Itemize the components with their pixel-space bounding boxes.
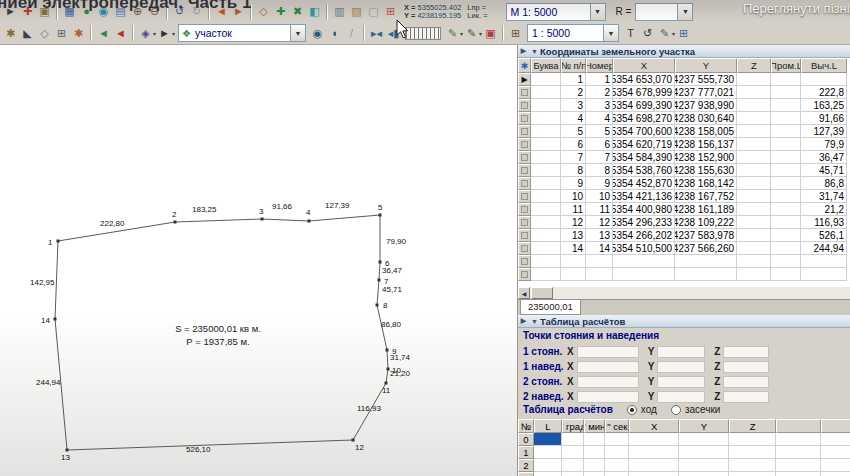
table-cell[interactable]: 4 — [561, 112, 586, 125]
table-cell[interactable] — [771, 177, 801, 190]
table-cell[interactable] — [771, 164, 801, 177]
table-cell[interactable] — [771, 151, 801, 164]
vertex-marker[interactable] — [386, 349, 389, 352]
select-all-header[interactable]: ✱ — [518, 58, 531, 73]
table-cell[interactable]: 4238 161,189 — [675, 203, 737, 216]
table-cell[interactable]: 5 — [586, 125, 613, 138]
table-cell[interactable]: 11 — [586, 203, 613, 216]
table-cell[interactable] — [675, 255, 737, 268]
margin-icon[interactable]: ◂▮ — [385, 25, 402, 42]
table-cell[interactable]: 4 — [586, 112, 613, 125]
table-cell[interactable] — [737, 203, 771, 216]
column-header[interactable]: Y — [675, 58, 737, 73]
rotate-tool-icon[interactable]: ✚ — [19, 3, 36, 20]
table-cell[interactable]: 13 — [586, 229, 613, 242]
table-cell[interactable] — [801, 73, 847, 86]
table-cell[interactable] — [531, 242, 561, 255]
layers-icon[interactable]: ▤ — [112, 3, 129, 20]
table-cell[interactable]: 5354 653,070 — [613, 73, 675, 86]
redo-icon[interactable]: ↻ — [188, 3, 205, 20]
table-cell[interactable]: 5354 698,270 — [613, 112, 675, 125]
row-selector[interactable] — [518, 99, 531, 112]
grid-cell[interactable] — [605, 433, 629, 446]
copy-red-icon[interactable]: ▣ — [482, 25, 499, 42]
table-cell[interactable] — [561, 255, 586, 268]
stakeout-icon[interactable]: ✱ — [2, 25, 19, 42]
globe-icon[interactable]: ◉ — [95, 3, 112, 20]
cells-icon[interactable]: ⊞ — [382, 3, 399, 20]
pan-mode-icon[interactable]: ► — [2, 3, 19, 20]
vertex-marker[interactable] — [57, 240, 60, 243]
row-selector[interactable] — [518, 125, 531, 138]
sheet-edit-icon[interactable]: ✎ — [463, 25, 480, 42]
table-cell[interactable] — [737, 177, 771, 190]
table-cell[interactable] — [737, 190, 771, 203]
grid-cell[interactable] — [562, 446, 584, 459]
vertex-marker[interactable] — [379, 261, 382, 264]
ruler-widget[interactable] — [405, 27, 441, 40]
sheet-new-icon[interactable]: ✎ — [444, 25, 461, 42]
grid-cell[interactable] — [776, 433, 821, 446]
table-cell[interactable]: 116,93 — [801, 216, 847, 229]
grid-cell[interactable] — [679, 472, 729, 476]
table-cell[interactable]: 7 — [586, 151, 613, 164]
table-cell[interactable]: 4237 555,730 — [675, 73, 737, 86]
raster-icon[interactable]: ▣ — [36, 3, 53, 20]
table-cell[interactable]: 127,39 — [801, 125, 847, 138]
table-cell[interactable]: 4238 155,630 — [675, 164, 737, 177]
radio-ход[interactable]: ход — [627, 404, 657, 415]
column-header[interactable]: Пром.L — [771, 58, 801, 73]
table-cell[interactable]: 1 — [561, 73, 586, 86]
table-cell[interactable] — [675, 268, 737, 281]
station-x-field[interactable] — [577, 391, 639, 403]
table-cell[interactable]: 244,94 — [801, 242, 847, 255]
map-canvas[interactable]: 1234567891011121314222,80183,2591,66127,… — [0, 45, 517, 476]
grid-column-header[interactable]: L — [534, 419, 562, 433]
table-row[interactable]: 11115354 400,9804238 161,18921,2 — [518, 203, 850, 216]
help-pointer-icon[interactable]: ✎ — [656, 25, 673, 42]
table-cell[interactable] — [531, 86, 561, 99]
table-cell[interactable]: 5354 620,719 — [613, 138, 675, 151]
table-cell[interactable]: 8 — [561, 164, 586, 177]
row-selector[interactable] — [518, 255, 531, 268]
station-z-field[interactable] — [723, 346, 769, 358]
scroll-left-icon[interactable]: ◀ — [518, 287, 530, 299]
row-selector[interactable] — [518, 112, 531, 125]
insert-node-icon[interactable]: ✚ — [272, 3, 289, 20]
table-cell[interactable] — [531, 138, 561, 151]
table-cell[interactable]: 5354 421,136 — [613, 190, 675, 203]
zoom-out-icon[interactable]: ⊖ — [146, 3, 163, 20]
table-cell[interactable]: 3 — [586, 99, 613, 112]
table-cell[interactable] — [531, 216, 561, 229]
vertex-marker[interactable] — [308, 220, 311, 223]
vertex-marker[interactable] — [261, 218, 264, 221]
vertex-marker[interactable] — [54, 318, 57, 321]
node-edit-icon[interactable]: ◣ — [19, 25, 36, 42]
grid-row-header[interactable]: 1 — [518, 446, 534, 459]
table-cell[interactable]: 4237 566,260 — [675, 242, 737, 255]
row-selector[interactable]: ▶ — [518, 73, 531, 86]
table-cell[interactable] — [771, 268, 801, 281]
station-x-field[interactable] — [577, 346, 639, 358]
table-cell[interactable]: 163,25 — [801, 99, 847, 112]
station-y-field[interactable] — [657, 391, 705, 403]
table-cell[interactable] — [737, 112, 771, 125]
table-cell[interactable]: 13 — [561, 229, 586, 242]
table-cell[interactable] — [531, 99, 561, 112]
column-header[interactable]: Буква — [531, 58, 561, 73]
table-cell[interactable]: 5354 296,233 — [613, 216, 675, 229]
row-selector[interactable] — [518, 216, 531, 229]
table-cell[interactable]: 79,9 — [801, 138, 847, 151]
row-selector[interactable] — [518, 164, 531, 177]
table-row[interactable]: 12125354 296,2334238 109,222116,93 — [518, 216, 850, 229]
table-cell[interactable] — [771, 138, 801, 151]
grid-column-header[interactable] — [821, 419, 850, 433]
row-selector[interactable] — [518, 86, 531, 99]
table-cell[interactable]: 4237 938,990 — [675, 99, 737, 112]
table-cell[interactable] — [801, 255, 847, 268]
station-x-field[interactable] — [577, 361, 639, 373]
panel-collapse-icon[interactable]: ▼ — [529, 318, 540, 325]
table-cell[interactable] — [771, 190, 801, 203]
table-row[interactable]: 14145354 510,5004237 566,260244,94 — [518, 242, 850, 255]
print-scale-combo[interactable]: 1 : 5000 ▼ — [527, 24, 619, 42]
